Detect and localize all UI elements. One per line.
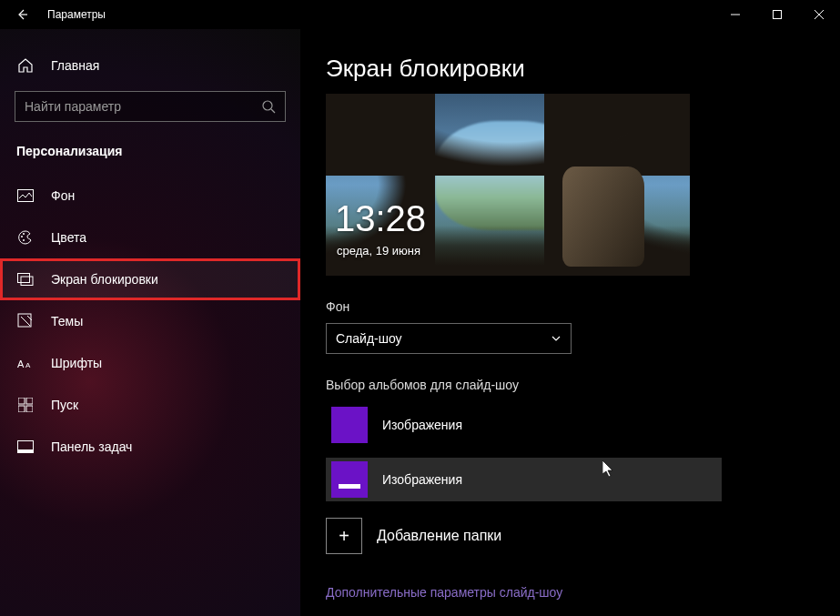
svg-text:A: A: [17, 358, 25, 369]
svg-point-4: [23, 233, 25, 235]
background-label: Фон: [326, 299, 840, 314]
svg-rect-0: [774, 11, 782, 19]
album-section-label: Выбор альбомов для слайд-шоу: [326, 378, 840, 392]
main-panel: Экран блокировки 13:28 среда, 19 июня Фо…: [300, 29, 840, 616]
window-controls: [714, 0, 840, 29]
sidebar-item-label: Темы: [51, 314, 83, 328]
lockscreen-icon: [16, 273, 35, 286]
album-thumb-icon: [331, 407, 368, 443]
palette-icon: [16, 229, 35, 246]
svg-rect-12: [26, 398, 33, 404]
sidebar-section-label: Персонализация: [16, 144, 300, 158]
sidebar-item-lockscreen[interactable]: Экран блокировки: [0, 258, 300, 300]
arrow-left-icon: [15, 7, 29, 22]
page-title: Экран блокировки: [326, 55, 840, 83]
maximize-icon: [773, 10, 782, 19]
album-item[interactable]: Изображения: [326, 403, 840, 447]
svg-point-3: [21, 236, 23, 237]
sidebar-item-label: Шрифты: [51, 356, 102, 370]
search-input[interactable]: [25, 99, 276, 114]
minimize-icon: [731, 10, 740, 19]
minimize-button[interactable]: [714, 0, 756, 29]
sidebar-home-label: Главная: [51, 58, 99, 73]
svg-point-5: [23, 239, 25, 241]
album-item[interactable]: Изображения: [326, 458, 722, 501]
album-name: Изображения: [382, 418, 462, 432]
preview-date: среда, 19 июня: [337, 244, 420, 258]
lockscreen-preview: 13:28 среда, 19 июня: [326, 94, 690, 276]
fonts-icon: AA: [16, 357, 35, 369]
svg-rect-16: [18, 449, 34, 453]
svg-text:A: A: [25, 361, 31, 369]
search-box[interactable]: [15, 91, 286, 122]
svg-rect-13: [18, 406, 25, 412]
sidebar-home[interactable]: Главная: [0, 47, 300, 84]
back-button[interactable]: [0, 0, 44, 29]
close-button[interactable]: [798, 0, 840, 29]
sidebar-item-label: Цвета: [51, 230, 86, 245]
sidebar-item-start[interactable]: Пуск: [0, 384, 300, 426]
svg-rect-11: [18, 398, 25, 404]
svg-point-1: [263, 101, 272, 110]
home-icon: [16, 57, 35, 74]
sidebar-item-taskbar[interactable]: Панель задач: [0, 426, 300, 468]
background-dropdown[interactable]: Слайд-шоу: [326, 323, 572, 354]
svg-rect-7: [21, 277, 33, 286]
sidebar-item-background[interactable]: Фон: [0, 175, 300, 217]
picture-icon: [16, 189, 35, 202]
plus-icon: +: [326, 518, 362, 554]
add-folder-label: Добавление папки: [377, 528, 501, 544]
more-params-link[interactable]: Дополнительные параметры слайд-шоу: [326, 585, 840, 600]
search-icon: [261, 99, 276, 114]
sidebar-item-label: Панель задач: [51, 439, 132, 454]
preview-time: 13:28: [335, 198, 426, 239]
svg-rect-14: [26, 406, 33, 412]
taskbar-icon: [16, 440, 35, 453]
sidebar-item-colors[interactable]: Цвета: [0, 217, 300, 258]
sidebar-item-label: Пуск: [51, 398, 78, 412]
album-name: Изображения: [382, 472, 462, 487]
chevron-down-icon: [551, 333, 562, 344]
dropdown-value: Слайд-шоу: [336, 331, 402, 346]
sidebar-item-label: Фон: [51, 188, 75, 203]
window-title: Параметры: [47, 8, 106, 21]
start-icon: [16, 398, 35, 412]
sidebar: Главная Персонализация Фон Цвета Экран б…: [0, 29, 300, 616]
sidebar-item-fonts[interactable]: AA Шрифты: [0, 342, 300, 384]
sidebar-item-label: Экран блокировки: [51, 272, 158, 287]
add-folder-button[interactable]: + Добавление папки: [326, 514, 840, 558]
album-thumb-icon: [331, 461, 368, 498]
maximize-button[interactable]: [756, 0, 798, 29]
close-icon: [815, 10, 824, 19]
sidebar-item-themes[interactable]: Темы: [0, 300, 300, 342]
svg-rect-6: [18, 274, 30, 283]
titlebar: Параметры: [0, 0, 840, 29]
themes-icon: [16, 313, 35, 329]
